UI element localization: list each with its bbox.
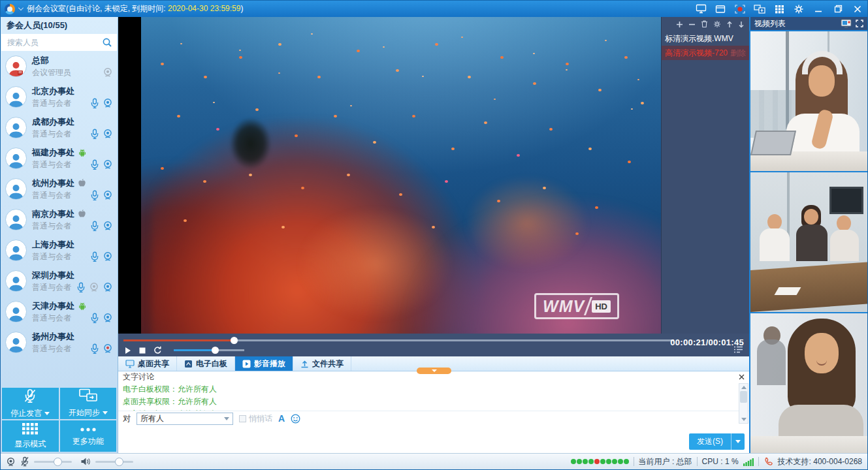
- replay-button[interactable]: [153, 346, 162, 354]
- camera-red-icon[interactable]: [103, 343, 113, 354]
- stop-button[interactable]: [139, 347, 146, 354]
- scroll-up-icon[interactable]: [741, 386, 747, 389]
- mic-icon[interactable]: [90, 190, 99, 201]
- tab-desktop-share[interactable]: 桌面共享: [118, 356, 177, 371]
- camera-icon[interactable]: [103, 313, 113, 323]
- action-button[interactable]: 显示模式: [2, 420, 59, 452]
- camera-icon[interactable]: [103, 190, 113, 200]
- camera-gray-icon[interactable]: [89, 282, 99, 292]
- participant-row[interactable]: 天津办事处 普通与会者: [1, 296, 118, 327]
- remote-video-2[interactable]: [750, 171, 867, 312]
- seek-bar[interactable]: [123, 339, 674, 341]
- participant-row[interactable]: 杭州办事处 普通与会者: [1, 174, 118, 204]
- mic-volume-slider[interactable]: [34, 461, 72, 463]
- playlist-toggle-icon[interactable]: [733, 346, 743, 355]
- action-button[interactable]: 开始同步: [60, 388, 117, 419]
- tab-file-share[interactable]: 文件共享: [293, 356, 351, 371]
- participant-row[interactable]: 深圳办事处 普通与会者: [1, 266, 118, 296]
- move-down-icon[interactable]: [738, 21, 745, 28]
- mic-icon[interactable]: [90, 129, 99, 140]
- participant-role: 普通与会者: [32, 221, 90, 232]
- add-icon[interactable]: [676, 21, 683, 28]
- restore-icon[interactable]: [832, 4, 844, 14]
- mic-icon[interactable]: [90, 221, 99, 232]
- remote-video-1[interactable]: [750, 30, 867, 171]
- webcam-icon[interactable]: [6, 457, 16, 467]
- camera-icon[interactable]: [103, 221, 113, 231]
- chat-close-icon[interactable]: [739, 374, 745, 380]
- playlist-item[interactable]: 高清演示视频-720P.wmv删除: [662, 46, 749, 60]
- grid-apps-icon[interactable]: [773, 4, 785, 14]
- mic-icon[interactable]: [76, 282, 86, 293]
- chevron-down-icon[interactable]: [44, 412, 50, 415]
- playlist-item[interactable]: 标清演示视频.WMV: [662, 31, 749, 46]
- record-icon[interactable]: [734, 4, 746, 14]
- screen-share-icon[interactable]: [695, 4, 707, 14]
- send-button-label[interactable]: 发送(S): [689, 433, 731, 450]
- scroll-down-icon[interactable]: [741, 418, 747, 421]
- remote-video-3[interactable]: [750, 312, 867, 453]
- participant-row[interactable]: 扬州办事处 普通与会者: [1, 327, 118, 358]
- broadcast-video-icon[interactable]: [841, 19, 852, 28]
- volume-thumb[interactable]: [212, 347, 219, 354]
- send-button[interactable]: 发送(S): [689, 433, 745, 450]
- camera-icon[interactable]: [103, 159, 113, 170]
- mic-icon[interactable]: [90, 251, 99, 262]
- video-content[interactable]: WMV HD: [141, 17, 662, 334]
- logo-dropdown-icon[interactable]: [18, 5, 24, 10]
- participant-name: 天津办事处: [32, 300, 74, 312]
- seek-bar-thumb[interactable]: [231, 337, 238, 344]
- minimize-icon[interactable]: [812, 4, 824, 14]
- mic-icon[interactable]: [90, 313, 99, 324]
- emoji-button[interactable]: [291, 414, 300, 424]
- signal-bars-icon: [743, 458, 754, 466]
- participants-header: 参会人员(10/55): [1, 17, 118, 34]
- play-button[interactable]: [125, 347, 131, 354]
- mic-icon[interactable]: [90, 98, 99, 109]
- tab-whiteboard[interactable]: 电子白板: [177, 356, 235, 371]
- volume-slider[interactable]: [174, 349, 244, 351]
- participant-row[interactable]: 北京办事处 普通与会者: [1, 82, 118, 112]
- speaker-volume-slider[interactable]: [95, 461, 133, 463]
- whisper-option[interactable]: 悄悄话: [239, 413, 272, 424]
- scrollbar-thumb[interactable]: [740, 391, 747, 403]
- action-button[interactable]: 更多功能: [60, 420, 117, 452]
- mic-icon[interactable]: [90, 343, 99, 354]
- recipient-select[interactable]: 所有人: [137, 413, 233, 425]
- participant-row[interactable]: 成都办事处 普通与会者: [1, 112, 118, 143]
- font-style-button[interactable]: A: [278, 414, 285, 423]
- trash-icon[interactable]: [701, 20, 708, 28]
- chevron-down-icon[interactable]: [103, 411, 108, 415]
- whisper-checkbox[interactable]: [239, 415, 246, 422]
- delete-file-button[interactable]: 删除: [730, 46, 746, 60]
- search-icon[interactable]: [102, 37, 112, 48]
- participant-row[interactable]: 南京办事处 普通与会者: [1, 204, 118, 235]
- camera-icon[interactable]: [103, 129, 113, 139]
- gear-icon[interactable]: [713, 20, 721, 28]
- chat-collapse-handle[interactable]: [417, 368, 451, 374]
- chat-scrollbar[interactable]: [739, 383, 748, 424]
- participant-row[interactable]: 上海办事处 普通与会者: [1, 235, 118, 266]
- participant-row[interactable]: 总部 会议管理员: [1, 51, 118, 82]
- speaker-icon[interactable]: [80, 457, 91, 466]
- mic-muted-icon[interactable]: [20, 456, 29, 467]
- remove-icon[interactable]: [688, 21, 696, 28]
- camera-icon[interactable]: [103, 282, 113, 292]
- search-input[interactable]: [6, 37, 102, 48]
- mic-icon[interactable]: [90, 159, 99, 170]
- camera-gray-icon[interactable]: [103, 67, 113, 78]
- send-options-icon[interactable]: [731, 433, 745, 450]
- chat-input-area[interactable]: 发送(S): [118, 426, 749, 453]
- window-mode-icon[interactable]: [715, 4, 726, 14]
- app-share-icon[interactable]: [754, 4, 765, 14]
- fullscreen-icon[interactable]: [856, 20, 863, 27]
- camera-icon[interactable]: [103, 98, 113, 108]
- camera-icon[interactable]: [103, 251, 113, 262]
- volume-fill: [174, 349, 215, 351]
- tab-media-play[interactable]: 影音播放: [235, 356, 293, 371]
- participant-row[interactable]: 福建办事处 普通与会者: [1, 143, 118, 174]
- move-up-icon[interactable]: [726, 21, 733, 28]
- action-button[interactable]: 停止发言: [2, 388, 59, 419]
- settings-gear-icon[interactable]: [793, 4, 805, 14]
- close-icon[interactable]: [852, 4, 863, 14]
